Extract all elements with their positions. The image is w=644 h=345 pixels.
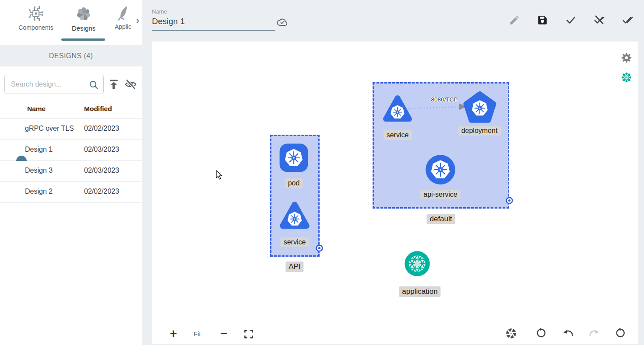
table-row[interactable]: Design 1 02/03/2023 [0,140,142,161]
design-modified: 02/02/2023 [84,188,119,195]
zoom-in-button[interactable]: + [170,327,177,341]
node-pod[interactable] [278,142,310,174]
column-header-name[interactable]: Name [27,105,46,113]
search-row [0,74,142,94]
design-canvas[interactable]: 8080/TCP pod service API service [152,42,638,344]
fit-button[interactable]: Fit [194,330,201,338]
canvas-controls: + Fit − [152,327,638,344]
designs-table: Name Modified gRPC over TLS 02/02/2023 D… [0,101,142,203]
design-modified: 02/03/2023 [84,167,119,174]
sidebar-tabbar: Components Designs [0,0,142,42]
group-label-api: API [285,261,303,272]
node-service-default[interactable] [381,94,414,125]
design-name-input[interactable] [152,17,275,31]
upload-design-icon[interactable] [108,78,120,91]
undo-icon[interactable] [562,328,574,338]
tab-components-label: Components [18,24,53,31]
components-icon [27,4,45,23]
save-icon[interactable] [537,14,548,26]
group-label-default: default [426,214,455,224]
design-name[interactable]: Design 3 [25,167,53,174]
group-resize-handle[interactable] [316,244,323,252]
redo-icon[interactable] [588,328,600,338]
edit-icon[interactable] [509,14,520,26]
design-name-label: Name [152,8,167,15]
node-label-service-default: service [384,130,412,140]
node-label-pod: pod [285,178,303,188]
tab-applications[interactable]: Applic [109,0,137,42]
table-row[interactable]: Design 2 02/02/2023 [0,182,142,203]
meshmap-app: Components Designs [0,0,644,345]
drag-avatar-badge [16,156,27,161]
node-api-service[interactable] [425,154,456,185]
mouse-cursor [215,170,223,181]
design-name-field-wrap [152,17,275,31]
design-name[interactable]: Design 1 [25,146,53,153]
cloud-saved-icon [276,17,289,28]
fullscreen-icon[interactable] [243,329,254,339]
tab-components[interactable]: Components [8,0,64,42]
sidebar: Components Designs [0,0,142,345]
node-application[interactable] [404,251,430,277]
node-service-api[interactable] [278,201,311,232]
main-area: Name [143,0,644,345]
undeploy-check-slash-icon[interactable] [594,14,605,26]
screenshot-aperture-icon[interactable] [505,328,517,339]
table-row[interactable]: gRPC over TLS 02/02/2023 [0,119,142,140]
reset-rotate-icon[interactable] [615,328,626,338]
active-tab-underline [61,38,105,41]
design-name[interactable]: Design 2 [25,188,53,195]
search-input[interactable] [11,75,89,94]
deploy-double-check-icon[interactable] [622,14,633,26]
node-deployment[interactable] [462,90,497,125]
column-header-modified[interactable]: Modified [84,105,112,113]
mesh-sync-icon[interactable] [621,72,632,83]
design-modified: 02/03/2023 [84,146,119,153]
tab-applications-label: Applic [115,23,131,30]
search-icon[interactable] [88,80,99,90]
edge-port-label[interactable]: 8080/TCP [431,96,458,103]
design-name[interactable]: gRPC over TLS [25,125,74,132]
design-modified: 02/02/2023 [84,125,119,132]
rotate-left-icon[interactable] [535,328,546,338]
tab-designs-label: Designs [72,24,95,32]
validate-check-icon[interactable] [565,14,577,26]
applications-icon [116,4,130,22]
node-label-service-api: service [281,237,309,247]
node-label-application: application [399,286,440,297]
search-box [4,75,104,94]
hide-designs-eye-off-icon[interactable] [124,78,137,91]
designs-icon [74,4,93,24]
tabs-expand-chevron-icon[interactable]: › [136,16,139,24]
node-label-deployment: deployment [458,126,501,136]
designs-table-header: Name Modified [0,101,142,119]
group-resize-handle[interactable] [506,197,513,204]
tab-designs[interactable]: Designs [64,0,103,42]
node-label-api-service: api-service [420,190,460,199]
canvas-settings-gear-icon[interactable] [621,52,632,63]
zoom-out-button[interactable]: − [220,327,227,341]
designs-panel-title: DESIGNS (4) [0,45,142,66]
table-row[interactable]: Design 3 02/03/2023 [0,161,142,182]
